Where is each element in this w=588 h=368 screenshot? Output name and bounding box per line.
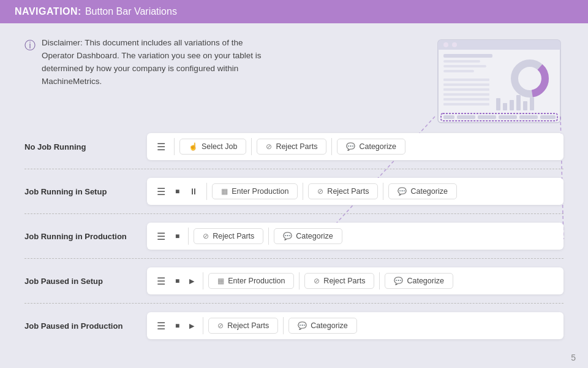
- chat-icon: 💬: [394, 277, 403, 285]
- info-icon: ⓘ: [24, 38, 36, 53]
- reject-icon: ⊘: [217, 321, 224, 330]
- categorize-button[interactable]: 💬 Categorize: [388, 183, 456, 199]
- row-label-job-paused-production: Job Paused in Production: [24, 321, 147, 331]
- separator: [251, 138, 252, 155]
- select-job-button[interactable]: ☝ Select Job: [179, 139, 246, 155]
- row-label-job-paused-setup: Job Paused in Setup: [24, 277, 147, 286]
- row-job-running-production: Job Running in Production ☰ ■ ⊘ Reject P…: [24, 223, 564, 259]
- svg-rect-16: [530, 98, 534, 110]
- stop-button[interactable]: ■: [172, 319, 183, 332]
- stop-button[interactable]: ■: [172, 229, 183, 243]
- reject-icon: ⊘: [314, 277, 320, 285]
- categorize-button[interactable]: 💬 Categorize: [288, 318, 356, 334]
- btn-bar-job-running-setup: ☰ ■ ⏸ ▦ Enter Production ⊘ Reject Parts …: [147, 178, 564, 205]
- svg-rect-28: [443, 98, 489, 101]
- svg-rect-27: [443, 93, 489, 96]
- reject-parts-button[interactable]: ⊘ Reject Parts: [304, 273, 374, 289]
- svg-rect-7: [443, 65, 486, 67]
- reject-parts-button[interactable]: ⊘ Reject Parts: [257, 139, 326, 155]
- chat-icon: 💬: [283, 232, 292, 240]
- enter-production-button[interactable]: ▦ Enter Production: [208, 273, 294, 289]
- btn-bar-job-paused-setup: ☰ ■ ▶ ▦ Enter Production ⊘ Reject Parts …: [147, 267, 564, 294]
- table-icon: ▦: [221, 187, 228, 196]
- separator: [268, 228, 269, 245]
- svg-rect-12: [503, 103, 507, 110]
- svg-rect-14: [516, 95, 521, 110]
- disclaimer-box: ⓘ Disclaimer: This document includes all…: [24, 37, 263, 88]
- svg-rect-5: [443, 54, 492, 58]
- svg-point-3: [443, 42, 448, 47]
- svg-rect-22: [519, 115, 538, 119]
- reject-parts-button[interactable]: ⊘ Reject Parts: [208, 318, 278, 334]
- header: NAVIGATION: Button Bar Variations: [0, 0, 588, 23]
- play-button[interactable]: ▶: [186, 275, 198, 288]
- reject-icon: ⊘: [266, 142, 272, 151]
- separator: [188, 228, 189, 245]
- svg-rect-24: [443, 79, 489, 81]
- svg-rect-19: [457, 115, 475, 119]
- svg-rect-8: [443, 70, 474, 72]
- reject-parts-button[interactable]: ⊘ Reject Parts: [194, 228, 263, 244]
- separator: [299, 272, 300, 289]
- separator: [203, 317, 203, 334]
- categorize-button[interactable]: 💬 Categorize: [337, 139, 405, 155]
- svg-rect-18: [443, 115, 454, 119]
- row-no-job-running: No Job Running ☰ ☝ Select Job ⊘ Reject P…: [24, 133, 564, 169]
- dashboard-illustration-area: [263, 37, 564, 128]
- categorize-button[interactable]: 💬 Categorize: [385, 273, 453, 289]
- menu-icon-button[interactable]: ☰: [153, 273, 169, 289]
- svg-rect-29: [443, 103, 489, 105]
- svg-rect-2: [438, 47, 560, 50]
- stop-button[interactable]: ■: [172, 274, 183, 288]
- separator: [383, 183, 383, 200]
- svg-rect-21: [499, 115, 517, 119]
- btn-bar-job-running-production: ☰ ■ ⊘ Reject Parts 💬 Categorize: [147, 223, 564, 250]
- menu-icon-button[interactable]: ☰: [153, 228, 169, 245]
- page-number: 5: [571, 353, 576, 362]
- reject-icon: ⊘: [317, 187, 323, 196]
- chat-icon: 💬: [346, 142, 355, 151]
- separator: [331, 138, 332, 155]
- reject-parts-button[interactable]: ⊘ Reject Parts: [308, 183, 378, 199]
- chat-icon: 💬: [398, 187, 407, 196]
- svg-rect-13: [510, 100, 514, 110]
- dashboard-svg: [435, 37, 564, 126]
- svg-rect-20: [478, 115, 496, 119]
- separator: [203, 272, 203, 289]
- btn-bar-job-paused-production: ☰ ■ ▶ ⊘ Reject Parts 💬 Categorize: [147, 312, 564, 339]
- rows-section: No Job Running ☰ ☝ Select Job ⊘ Reject P…: [0, 133, 588, 368]
- svg-point-4: [452, 42, 457, 47]
- svg-rect-11: [496, 98, 500, 110]
- row-label-job-running-production: Job Running in Production: [24, 232, 147, 241]
- enter-production-button[interactable]: ▦ Enter Production: [212, 183, 298, 199]
- svg-rect-26: [443, 88, 489, 91]
- separator: [379, 272, 380, 289]
- reject-icon: ⊘: [203, 232, 209, 240]
- categorize-button[interactable]: 💬 Categorize: [274, 228, 342, 244]
- separator: [174, 138, 175, 155]
- row-job-paused-production: Job Paused in Production ☰ ■ ▶ ⊘ Reject …: [24, 312, 564, 348]
- menu-icon-button[interactable]: ☰: [153, 318, 169, 334]
- chat-icon: 💬: [298, 321, 307, 330]
- separator: [206, 183, 207, 200]
- svg-rect-15: [523, 101, 527, 110]
- cursor-icon: ☝: [189, 142, 198, 151]
- svg-rect-23: [540, 115, 556, 119]
- play-button[interactable]: ▶: [186, 320, 198, 332]
- svg-rect-25: [443, 83, 489, 86]
- separator: [283, 317, 284, 334]
- pause-button[interactable]: ⏸: [186, 184, 202, 199]
- svg-rect-6: [443, 60, 480, 63]
- menu-icon-button[interactable]: ☰: [153, 139, 169, 155]
- header-title-rest: Button Bar Variations: [85, 6, 177, 17]
- table-icon: ▦: [217, 277, 224, 285]
- menu-icon-button[interactable]: ☰: [153, 183, 169, 200]
- row-label-job-running-setup: Job Running in Setup: [24, 187, 147, 196]
- header-title-bold: NAVIGATION:: [15, 6, 81, 17]
- row-label-no-job-running: No Job Running: [24, 142, 147, 151]
- row-job-running-setup: Job Running in Setup ☰ ■ ⏸ ▦ Enter Produ…: [24, 178, 564, 214]
- separator: [303, 183, 303, 200]
- disclaimer-text: Disclaimer: This document includes all v…: [42, 37, 263, 88]
- btn-bar-no-job-running: ☰ ☝ Select Job ⊘ Reject Parts 💬 Categori…: [147, 133, 564, 160]
- stop-button[interactable]: ■: [172, 185, 183, 198]
